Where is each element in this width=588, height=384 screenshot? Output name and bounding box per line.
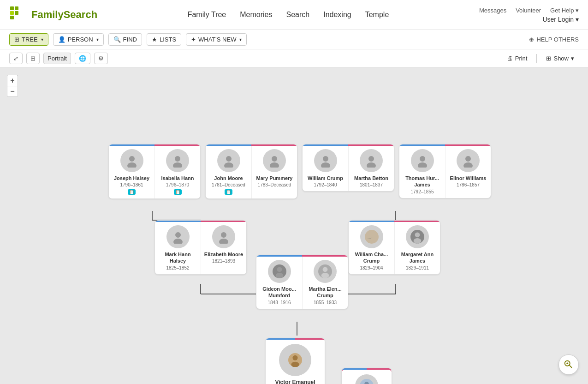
elinor-name: Elinor Williams bbox=[450, 175, 487, 181]
svg-rect-4 bbox=[10, 11, 14, 15]
couple-thomas-elinor[interactable]: Thomas Hur... James 1792–1855 Elinor Wil… bbox=[399, 144, 491, 198]
joseph-avatar bbox=[120, 149, 143, 172]
person-william-crump[interactable]: William Crump 1792–1840 bbox=[303, 144, 348, 191]
martha-betton-name: Martha Betton bbox=[354, 175, 388, 181]
view-expand-button[interactable]: ⤢ bbox=[9, 53, 23, 64]
messages-link[interactable]: Messages bbox=[479, 7, 506, 14]
svg-rect-2 bbox=[15, 11, 18, 15]
zoom-out-button[interactable]: − bbox=[7, 86, 18, 97]
settings-view-button[interactable]: ⚙ bbox=[94, 53, 108, 64]
person-isabella-hann[interactable]: Isabella Hann 1796–1870 📋 bbox=[154, 144, 200, 198]
get-help-link[interactable]: Get Help ▾ bbox=[550, 7, 579, 14]
hint-icon bbox=[564, 360, 574, 370]
martha-betton-avatar bbox=[360, 149, 383, 172]
zoom-in-button[interactable]: + bbox=[7, 75, 18, 86]
view-hierarchy-button[interactable]: ⊞ bbox=[26, 53, 40, 64]
print-button[interactable]: 🖨 Print bbox=[502, 53, 532, 64]
person-elizabeth-moore[interactable]: Elizabeth Moore 1821–1893 bbox=[201, 221, 246, 274]
svg-point-23 bbox=[226, 156, 232, 162]
find-button[interactable]: 🔍 FIND bbox=[108, 33, 142, 46]
svg-point-37 bbox=[221, 232, 226, 238]
svg-point-48 bbox=[323, 267, 328, 272]
person-catherine-neff[interactable]: Catherine B... Neff 1885–1972 📋 bbox=[342, 368, 392, 384]
hint-button[interactable] bbox=[558, 354, 579, 375]
secondary-toolbar: ⊞ TREE ▾ 👤 PERSON ▾ 🔍 FIND ★ LISTS ✦ WHA… bbox=[0, 30, 588, 49]
martha-crump-name: Martha Elen... Crump bbox=[305, 286, 345, 299]
tree-icon: ⊞ bbox=[14, 36, 19, 43]
person-margaret-james[interactable]: Margaret Ann James 1829–1911 bbox=[394, 221, 440, 274]
zoom-controls: + − bbox=[7, 75, 18, 97]
mary-name: Mary Pummery bbox=[256, 175, 293, 181]
mary-dates: 1783–Deceased bbox=[258, 182, 291, 187]
tree-button[interactable]: ⊞ TREE ▾ bbox=[9, 33, 48, 46]
globe-view-button[interactable]: 🌐 bbox=[75, 53, 90, 64]
joseph-ordinance[interactable]: 📋 bbox=[128, 189, 136, 195]
person-martha-betton[interactable]: Martha Betton 1801–1837 bbox=[348, 144, 394, 191]
volunteer-link[interactable]: Volunteer bbox=[516, 7, 541, 14]
utility-links: Messages Volunteer Get Help ▾ bbox=[479, 7, 579, 14]
logo-text: FamilySearch bbox=[31, 9, 97, 21]
person-mary-pummery[interactable]: Mary Pummery 1783–Deceased bbox=[251, 144, 297, 198]
nav-search[interactable]: Search bbox=[286, 11, 310, 19]
elinor-dates: 1786–1857 bbox=[457, 182, 480, 187]
person-victor-mumford[interactable]: Victor Emanuel Mumford 1885–1973 bbox=[266, 338, 325, 384]
person-joseph-halsey[interactable]: Joseph Halsey 1790–1861 📋 bbox=[109, 144, 154, 198]
show-button[interactable]: ⊞ Show ▾ bbox=[541, 53, 579, 64]
elizabeth-dates: 1821–1893 bbox=[212, 258, 235, 264]
isabella-name: Isabella Hann bbox=[161, 175, 194, 181]
svg-point-24 bbox=[224, 162, 233, 168]
nav-family-tree[interactable]: Family Tree bbox=[188, 11, 226, 19]
whats-new-button[interactable]: ✦ WHAT'S NEW ▾ bbox=[186, 33, 247, 46]
main-navigation: Family Tree Memories Search Indexing Tem… bbox=[188, 11, 389, 19]
victor-name: Victor Emanuel Mumford bbox=[270, 379, 320, 384]
nav-temple[interactable]: Temple bbox=[365, 11, 389, 19]
person-dropdown-arrow: ▾ bbox=[96, 37, 99, 42]
couple-william-martha[interactable]: William Crump 1792–1840 Martha Betton 18… bbox=[302, 144, 394, 192]
logo-area[interactable]: FamilySearch bbox=[9, 6, 97, 24]
william-cha-avatar: ~~~~ bbox=[360, 225, 383, 248]
mark-dates: 1825–1852 bbox=[166, 265, 189, 270]
person-thomas-james[interactable]: Thomas Hur... James 1792–1855 bbox=[399, 144, 445, 198]
globe-icon: 🌐 bbox=[79, 55, 86, 62]
william-avatar bbox=[314, 149, 337, 172]
john-avatar bbox=[217, 149, 240, 172]
joseph-name: Joseph Halsey bbox=[114, 175, 149, 181]
couple-williamc-margaret[interactable]: ~~~~ William Cha... Crump 1829–1904 Marg… bbox=[348, 220, 440, 275]
svg-point-25 bbox=[272, 156, 277, 162]
svg-point-36 bbox=[173, 239, 183, 244]
person-john-moore[interactable]: John Moore 1781–Deceased 📋 bbox=[206, 144, 251, 198]
svg-point-34 bbox=[463, 162, 473, 168]
view-actions: 🖨 Print ⊞ Show ▾ bbox=[502, 53, 579, 64]
user-login-button[interactable]: User Login ▾ bbox=[542, 16, 579, 23]
person-martha-crump[interactable]: Martha Elen... Crump 1855–1933 bbox=[302, 255, 348, 309]
couple-john-mary[interactable]: John Moore 1781–Deceased 📋 Mary Pummery … bbox=[205, 144, 297, 199]
find-icon: 🔍 bbox=[113, 36, 121, 43]
person-catherine-card[interactable]: Catherine B... Neff 1885–1972 📋 bbox=[341, 368, 392, 384]
elizabeth-avatar bbox=[212, 225, 235, 248]
person-gideon-mumford[interactable]: Gideon Moo... Mumford 1848–1916 bbox=[256, 255, 302, 309]
nav-memories[interactable]: Memories bbox=[240, 11, 272, 19]
familysearch-logo-icon bbox=[9, 6, 28, 24]
person-william-cha-crump[interactable]: ~~~~ William Cha... Crump 1829–1904 bbox=[349, 221, 394, 274]
john-ordinance[interactable]: 📋 bbox=[225, 189, 232, 195]
person-button[interactable]: 👤 PERSON ▾ bbox=[53, 33, 104, 46]
svg-point-43 bbox=[414, 238, 422, 244]
couple-joseph-isabella[interactable]: Joseph Halsey 1790–1861 📋 Isabella Hann … bbox=[108, 144, 201, 199]
martha-crump-dates: 1855–1933 bbox=[314, 300, 337, 305]
gideon-name: Gideon Moo... Mumford bbox=[259, 286, 299, 299]
nav-indexing[interactable]: Indexing bbox=[323, 11, 351, 19]
william-crump-dates: 1792–1840 bbox=[314, 182, 337, 187]
help-others-button[interactable]: ⊕ HELP OTHERS bbox=[529, 36, 579, 43]
person-mark-halsey[interactable]: Mark Hann Halsey 1825–1852 bbox=[155, 221, 201, 274]
portrait-button[interactable]: Portrait bbox=[43, 53, 71, 64]
couple-mark-elizabeth[interactable]: Mark Hann Halsey 1825–1852 Elizabeth Moo… bbox=[154, 220, 247, 275]
person-victor-mumford-card[interactable]: Victor Emanuel Mumford 1885–1973 bbox=[265, 338, 325, 384]
settings-icon: ⚙ bbox=[98, 55, 104, 62]
svg-point-19 bbox=[129, 156, 135, 162]
tree-connectors bbox=[0, 68, 588, 384]
lists-button[interactable]: ★ LISTS bbox=[147, 33, 181, 46]
william-cha-dates: 1829–1904 bbox=[360, 265, 383, 270]
person-elinor-williams[interactable]: Elinor Williams 1786–1857 bbox=[445, 144, 491, 198]
isabella-ordinance[interactable]: 📋 bbox=[174, 189, 182, 195]
couple-gideon-martha[interactable]: Gideon Moo... Mumford 1848–1916 Martha E… bbox=[256, 255, 348, 309]
